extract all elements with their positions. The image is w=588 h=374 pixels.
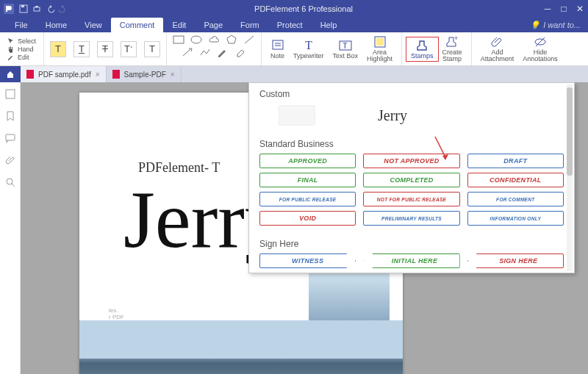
close-button[interactable]: ✕	[572, 0, 588, 18]
attachments-icon[interactable]	[4, 154, 16, 166]
hide-annotations-button[interactable]: Hide Annotations	[518, 34, 562, 64]
textbox-icon: T	[339, 39, 352, 52]
menu-help[interactable]: Help	[312, 18, 346, 32]
note-button[interactable]: Note	[266, 37, 289, 61]
shape-oval-icon[interactable]	[190, 35, 202, 45]
menubar: File Home View Comment Edit Page Form Pr…	[0, 18, 588, 32]
menu-home[interactable]: Home	[37, 18, 76, 32]
main-area: PDFelement- T Jerry les. r PDF Custom Je…	[0, 82, 588, 374]
custom-stamp-signature[interactable]: Jerry	[374, 105, 411, 126]
panel-scrollbar[interactable]	[567, 84, 573, 271]
qat-print-icon[interactable]	[32, 4, 41, 13]
menu-edit[interactable]: Edit	[163, 18, 195, 32]
close-tab-1[interactable]: ×	[96, 71, 100, 79]
inline-image-2	[79, 320, 403, 374]
thumbnails-icon[interactable]	[4, 88, 16, 100]
menu-page[interactable]: Page	[195, 18, 232, 32]
svg-rect-22	[6, 134, 15, 140]
squiggly-tool[interactable]: T	[144, 41, 160, 57]
home-tab[interactable]	[0, 66, 21, 82]
qat-redo-icon[interactable]	[59, 4, 68, 13]
search-placeholder: I want to...	[543, 21, 581, 29]
svg-rect-9	[273, 40, 283, 49]
side-toolbar	[0, 82, 21, 374]
area-highlight-icon	[373, 35, 387, 48]
shape-line-icon[interactable]	[243, 35, 255, 45]
menu-protect[interactable]: Protect	[268, 18, 312, 32]
maximize-button[interactable]: □	[556, 0, 572, 18]
pencil-tool-icon[interactable]	[217, 47, 229, 57]
search-help[interactable]: 💡 I want to...	[530, 21, 581, 30]
menu-comment[interactable]: Comment	[111, 18, 164, 32]
svg-rect-3	[34, 7, 40, 11]
svg-line-8	[183, 49, 190, 56]
stamp-draft[interactable]: DRAFT	[467, 154, 564, 168]
create-stamp-button[interactable]: +Create Stamp	[438, 34, 467, 64]
doc-tab-2-label: Sample-PDF	[124, 71, 166, 79]
tool-select[interactable]: Select	[7, 37, 36, 45]
doc-tab-2[interactable]: Sample-PDF ×	[107, 66, 182, 82]
stamp-final[interactable]: FINAL	[259, 173, 356, 187]
document-tabs: PDF sample.pdf × Sample-PDF ×	[0, 66, 588, 82]
stamp-approved[interactable]: APPROVED	[259, 154, 356, 168]
strikethrough-tool[interactable]: T	[97, 41, 113, 57]
underline-tool[interactable]: T	[74, 41, 90, 57]
svg-text:+: +	[454, 35, 458, 42]
stamp-not-for-public-release[interactable]: NOT FOR PUBLIC RELEASE	[363, 192, 459, 206]
highlight-tool[interactable]: T	[50, 41, 66, 57]
attachment-icon	[490, 35, 503, 48]
inline-image-1	[309, 272, 390, 325]
stamp-completed[interactable]: COMPLETED	[363, 173, 459, 187]
doc-tab-1[interactable]: PDF sample.pdf ×	[21, 66, 107, 82]
menu-view[interactable]: View	[76, 18, 111, 32]
qat-save-icon[interactable]	[19, 4, 28, 13]
eraser-tool-icon[interactable]	[234, 47, 246, 57]
shape-arrow-icon[interactable]	[182, 47, 193, 57]
menu-form[interactable]: Form	[232, 18, 268, 32]
stamps-dropdown-panel: Custom Jerry Standard Business APPROVEDN…	[248, 82, 575, 273]
search-icon[interactable]	[4, 176, 16, 188]
stamp-initial-here[interactable]: INITIAL HERE	[363, 253, 459, 268]
tool-edit[interactable]: Edit	[7, 54, 36, 61]
close-tab-2[interactable]: ×	[171, 71, 175, 79]
tool-hand[interactable]: Hand	[7, 46, 36, 53]
svg-rect-5	[173, 36, 184, 43]
stamp-for-comment[interactable]: FOR COMMENT	[467, 192, 564, 206]
shape-rect-icon[interactable]	[173, 35, 184, 45]
minimize-button[interactable]: ─	[539, 0, 556, 18]
qat-undo-icon[interactable]	[46, 4, 54, 13]
stamp-sign-here[interactable]: SIGN HERE	[467, 253, 564, 268]
comments-icon[interactable]	[4, 132, 16, 144]
create-stamp-icon: +	[445, 35, 459, 48]
caret-tool[interactable]: T˄	[121, 41, 137, 57]
add-attachment-button[interactable]: Add Attachment	[476, 34, 519, 64]
typewriter-icon: T	[302, 39, 315, 52]
svg-point-23	[7, 179, 12, 184]
textbox-button[interactable]: TText Box	[329, 37, 363, 61]
document-viewport[interactable]: PDFelement- T Jerry les. r PDF Custom Je…	[21, 82, 588, 374]
stamp-void[interactable]: VOID	[259, 211, 356, 226]
app-icon	[0, 0, 18, 18]
svg-point-6	[191, 36, 201, 43]
shape-cloud-icon[interactable]	[208, 35, 220, 45]
stamp-preliminary-results[interactable]: PRELIMINARY RESULTS	[363, 211, 459, 226]
shape-polyline-icon[interactable]	[199, 47, 211, 57]
section-standard-business: Standard Business	[249, 133, 574, 152]
stamp-confidential[interactable]: CONFIDENTIAL	[467, 173, 564, 187]
stamp-witness[interactable]: WITNESS	[259, 253, 356, 268]
typewriter-button[interactable]: TTypewriter	[289, 37, 329, 61]
stamp-information-only[interactable]: INFORMATION ONLY	[467, 211, 564, 226]
hide-icon	[534, 35, 547, 48]
stamp-for-public-release[interactable]: FOR PUBLIC RELEASE	[259, 192, 356, 206]
area-highlight-button[interactable]: Area Highlight	[362, 34, 397, 64]
custom-stamp-blank[interactable]	[279, 105, 315, 126]
shape-polygon-icon[interactable]	[226, 35, 237, 45]
stamps-button[interactable]: Stamps	[406, 37, 438, 61]
pdf-icon	[26, 70, 34, 79]
bookmarks-icon[interactable]	[4, 110, 16, 122]
menu-file[interactable]: File	[6, 18, 37, 32]
stamps-icon	[415, 39, 429, 52]
window-title: PDFelement 6 Professional	[68, 4, 539, 13]
doc-tab-1-label: PDF sample.pdf	[38, 71, 91, 79]
note-icon	[271, 39, 284, 52]
